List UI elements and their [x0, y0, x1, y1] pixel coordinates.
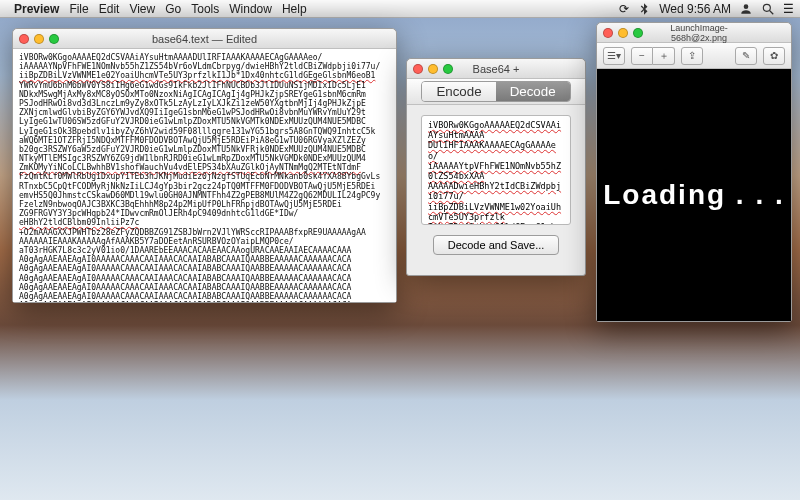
preview-image-canvas: Loading . . .	[597, 69, 791, 321]
preview-window: LaunchImage-568h@2x.png ☰▾ − ＋ ⇪ ✎ ✿ Loa…	[596, 22, 792, 322]
mode-segmented-control: Encode Decode	[421, 81, 570, 102]
share-icon[interactable]: ⇪	[681, 47, 703, 65]
svg-point-0	[763, 4, 770, 11]
status-menu-icon[interactable]: ☰	[783, 2, 794, 16]
zoom-out-icon[interactable]: −	[631, 47, 653, 65]
decode-tab[interactable]: Decode	[496, 82, 570, 101]
menu-edit[interactable]: Edit	[99, 2, 120, 16]
loading-label: Loading . . .	[603, 179, 785, 211]
markup-icon[interactable]: ✎	[735, 47, 757, 65]
menu-tools[interactable]: Tools	[191, 2, 219, 16]
preview-title: LaunchImage-568h@2x.png	[643, 23, 755, 43]
decode-and-save-button[interactable]: Decode and Save...	[433, 235, 560, 255]
base64-textarea[interactable]: iVBORw0KGgoAAAAAEQ2dCSVAAiAYsuHtmAAAADUl…	[421, 115, 571, 225]
menu-window[interactable]: Window	[229, 2, 272, 16]
textedit-titlebar[interactable]: base64.text — Edited	[13, 29, 396, 49]
status-user-icon[interactable]	[739, 2, 753, 16]
status-bluetooth-icon[interactable]	[637, 2, 651, 16]
textedit-title: base64.text — Edited	[59, 33, 350, 45]
status-sync-icon[interactable]: ⟳	[619, 2, 629, 16]
minimize-icon[interactable]	[34, 34, 44, 44]
textedit-content[interactable]: iVBORw0KGgoAAAAEQ2dCSVAAiAYsuHtmAAAADUlI…	[13, 49, 396, 302]
base64-window: Base64 + Encode Decode iVBORw0KGgoAAAAAE…	[406, 58, 586, 276]
preview-titlebar[interactable]: LaunchImage-568h@2x.png	[597, 23, 791, 43]
base64-title: Base64 +	[453, 63, 539, 75]
sidebar-toggle-icon[interactable]: ☰▾	[603, 47, 625, 65]
zoom-in-icon[interactable]: ＋	[653, 47, 675, 65]
close-icon[interactable]	[603, 28, 613, 38]
minimize-icon[interactable]	[428, 64, 438, 74]
edit-icon[interactable]: ✿	[763, 47, 785, 65]
menu-go[interactable]: Go	[165, 2, 181, 16]
app-menu[interactable]: Preview	[14, 2, 59, 16]
zoom-icon[interactable]	[49, 34, 59, 44]
preview-toolbar: ☰▾ − ＋ ⇪ ✎ ✿	[597, 43, 791, 69]
close-icon[interactable]	[413, 64, 423, 74]
encode-tab[interactable]: Encode	[422, 82, 495, 101]
base64-toolbar: Encode Decode	[407, 79, 585, 105]
status-search-icon[interactable]	[761, 2, 775, 16]
menu-view[interactable]: View	[129, 2, 155, 16]
zoom-icon[interactable]	[633, 28, 643, 38]
textedit-window: base64.text — Edited iVBORw0KGgoAAAAEQ2d…	[12, 28, 397, 303]
menu-file[interactable]: File	[69, 2, 88, 16]
base64-titlebar[interactable]: Base64 +	[407, 59, 585, 79]
svg-line-1	[770, 10, 774, 14]
menu-help[interactable]: Help	[282, 2, 307, 16]
zoom-icon[interactable]	[443, 64, 453, 74]
minimize-icon[interactable]	[618, 28, 628, 38]
close-icon[interactable]	[19, 34, 29, 44]
menu-bar: Preview File Edit View Go Tools Window H…	[0, 0, 800, 18]
status-clock[interactable]: Wed 9:56 AM	[659, 2, 731, 16]
